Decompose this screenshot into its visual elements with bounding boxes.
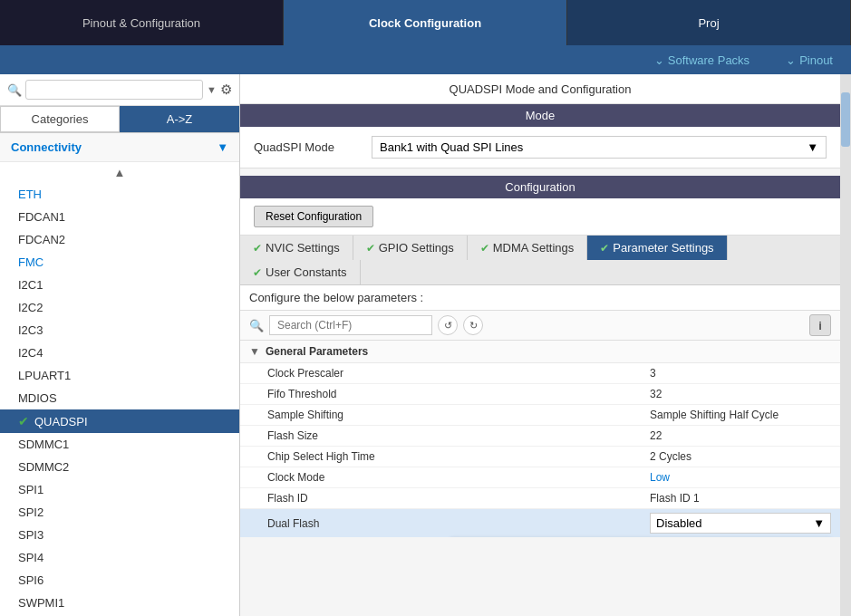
nav-clock[interactable]: Clock Configuration xyxy=(284,0,567,45)
sidebar-item-i2c2[interactable]: I2C2 xyxy=(0,296,239,319)
dropdown-arrow-icon: ▼ xyxy=(207,84,217,95)
param-row-dual-flash: Dual Flash Disabled ▼ Disabled xyxy=(240,509,840,537)
sidebar-item-spi4[interactable]: SPI4 xyxy=(0,546,239,569)
sidebar-item-label: LPUART1 xyxy=(18,369,71,382)
gear-icon[interactable]: ⚙ xyxy=(220,82,232,98)
tab-nvic-label: NVIC Settings xyxy=(266,241,340,255)
check-icon-user: ✔ xyxy=(253,266,262,279)
nav-clock-label: Clock Configuration xyxy=(369,16,481,30)
mode-section-label: Mode xyxy=(526,109,556,122)
param-name: Chip Select High Time xyxy=(267,450,650,463)
tab-categories[interactable]: Categories xyxy=(0,106,120,132)
param-row-flash-size: Flash Size 22 xyxy=(240,426,840,447)
params-search-input[interactable] xyxy=(269,315,432,335)
content-title: QUADSPI Mode and Configuration xyxy=(240,74,840,104)
sidebar-item-fmc[interactable]: FMC xyxy=(0,251,239,274)
content-wrapper: QUADSPI Mode and Configuration Mode Quad… xyxy=(240,74,851,616)
sidebar-item-label: SPI6 xyxy=(18,573,44,587)
chevron-down-icon-params: ▼ xyxy=(249,345,260,358)
scrollbar[interactable] xyxy=(840,74,851,616)
general-params-label: General Parameters xyxy=(266,345,368,358)
param-name: Sample Shifting xyxy=(267,409,650,421)
general-params-header[interactable]: ▼ General Parameters xyxy=(240,341,840,363)
info-button[interactable]: i xyxy=(809,314,831,336)
sidebar-item-label: SPI1 xyxy=(18,483,44,496)
config-section-label: Configuration xyxy=(505,180,575,194)
tab-categories-label: Categories xyxy=(32,112,89,126)
sidebar: 🔍 ▼ ⚙ Categories A->Z Connectivity ▼ ▲ E… xyxy=(0,74,240,616)
nav-pinout-label: Pinout & Configuration xyxy=(82,16,200,30)
main-layout: 🔍 ▼ ⚙ Categories A->Z Connectivity ▼ ▲ E… xyxy=(0,74,851,616)
sidebar-item-label: MDIOS xyxy=(18,391,57,405)
sidebar-item-label: FMC xyxy=(18,255,44,269)
check-icon-nvic: ✔ xyxy=(253,242,262,255)
sidebar-item-spi2[interactable]: SPI2 xyxy=(0,501,239,524)
next-button[interactable]: ↻ xyxy=(463,315,483,335)
tab-gpio[interactable]: ✔ GPIO Settings xyxy=(353,236,468,260)
sidebar-item-eth[interactable]: ETH xyxy=(0,183,239,206)
scroll-up-arrow[interactable]: ▲ xyxy=(0,162,239,183)
sidebar-item-sdmmc1[interactable]: SDMMC1 xyxy=(0,433,239,456)
sidebar-item-sdmmc2[interactable]: SDMMC2 xyxy=(0,456,239,478)
tab-params[interactable]: ✔ Parameter Settings xyxy=(587,236,727,260)
sidebar-item-mdios[interactable]: MDIOS xyxy=(0,387,239,409)
sidebar-category-connectivity[interactable]: Connectivity ▼ xyxy=(0,133,239,162)
sidebar-item-fdcan2[interactable]: FDCAN2 xyxy=(0,228,239,251)
param-row-flash-id: Flash ID Flash ID 1 xyxy=(240,488,840,509)
sidebar-item-label: FDCAN2 xyxy=(18,233,65,246)
sidebar-item-i2c1[interactable]: I2C1 xyxy=(0,274,239,296)
config-tabs: ✔ NVIC Settings ✔ GPIO Settings ✔ MDMA S… xyxy=(240,236,840,285)
chevron-down-icon-sidebar: ▼ xyxy=(217,140,228,154)
subnav-software-label: Software Packs xyxy=(668,53,749,67)
sidebar-item-spi1[interactable]: SPI1 xyxy=(0,478,239,501)
sidebar-item-spi6[interactable]: SPI6 xyxy=(0,569,239,592)
tab-az-label: A->Z xyxy=(167,112,193,126)
search-input[interactable] xyxy=(25,80,203,100)
content-main: QUADSPI Mode and Configuration Mode Quad… xyxy=(240,74,840,616)
sidebar-item-spi3[interactable]: SPI3 xyxy=(0,524,239,546)
mode-select[interactable]: Bank1 with Quad SPI Lines ▼ xyxy=(372,136,827,159)
param-row-chip-select: Chip Select High Time 2 Cycles xyxy=(240,447,840,467)
sidebar-item-label: SDMMC2 xyxy=(18,460,69,474)
prev-button[interactable]: ↺ xyxy=(438,315,458,335)
mode-section-header: Mode xyxy=(240,104,840,127)
dual-flash-dropdown[interactable]: Disabled ▼ xyxy=(650,513,831,534)
tab-params-label: Parameter Settings xyxy=(613,241,713,255)
sidebar-item-i2c4[interactable]: I2C4 xyxy=(0,342,239,364)
check-icon: ✔ xyxy=(18,414,29,428)
param-name: Clock Prescaler xyxy=(267,367,650,380)
sidebar-item-label: SPI3 xyxy=(18,528,44,542)
nav-pinout[interactable]: Pinout & Configuration xyxy=(0,0,284,45)
nav-project[interactable]: Proj xyxy=(567,0,851,45)
sub-navigation: ⌄ Software Packs ⌄ Pinout xyxy=(0,45,851,74)
content-area: QUADSPI Mode and Configuration Mode Quad… xyxy=(240,74,851,616)
tab-nvic[interactable]: ✔ NVIC Settings xyxy=(240,236,353,260)
reset-configuration-button[interactable]: Reset Configuration xyxy=(254,206,373,227)
param-name: Flash Size xyxy=(267,429,650,442)
tab-az[interactable]: A->Z xyxy=(120,106,239,132)
sidebar-item-swpmi1[interactable]: SWPMI1 xyxy=(0,592,239,614)
dual-flash-label: Dual Flash xyxy=(267,517,650,530)
search-icon-params: 🔍 xyxy=(249,319,264,332)
subnav-software-packs[interactable]: ⌄ Software Packs xyxy=(654,53,749,67)
params-label: Configure the below parameters : xyxy=(240,285,840,311)
params-label-text: Configure the below parameters : xyxy=(249,291,423,304)
param-name: Fifo Threshold xyxy=(267,388,650,400)
sidebar-item-lpuart1[interactable]: LPUART1 xyxy=(0,364,239,387)
tab-user[interactable]: ✔ User Constants xyxy=(240,260,361,284)
sidebar-item-label: I2C3 xyxy=(18,323,43,337)
sidebar-item-i2c3[interactable]: I2C3 xyxy=(0,319,239,342)
subnav-pinout[interactable]: ⌄ Pinout xyxy=(786,53,833,67)
param-value: 2 Cycles xyxy=(650,450,831,463)
sidebar-item-label: I2C4 xyxy=(18,346,43,360)
param-name: Flash ID xyxy=(267,492,650,505)
mode-row: QuadSPI Mode Bank1 with Quad SPI Lines ▼ xyxy=(240,127,840,168)
tab-mdma[interactable]: ✔ MDMA Settings xyxy=(468,236,588,260)
scrollbar-thumb[interactable] xyxy=(841,92,850,147)
chevron-down-icon-2: ⌄ xyxy=(786,53,796,67)
check-icon-params: ✔ xyxy=(600,242,609,255)
sidebar-item-quadspi[interactable]: ✔ QUADSPI xyxy=(0,409,239,433)
sidebar-item-fdcan1[interactable]: FDCAN1 xyxy=(0,206,239,228)
sidebar-item-label: SPI2 xyxy=(18,505,44,519)
param-value: 32 xyxy=(650,388,831,400)
